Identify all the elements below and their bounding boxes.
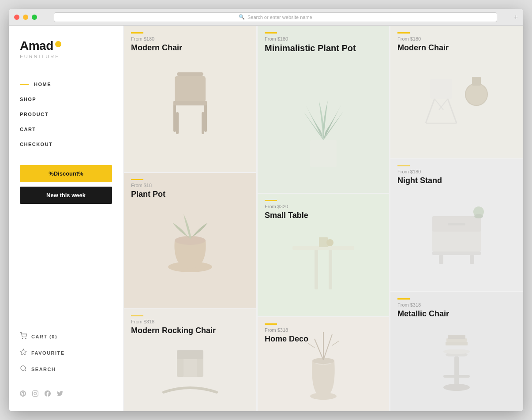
cart-icon [20, 332, 27, 341]
grid-col-2: From $180 Minimalistic Plant Pot [257, 26, 390, 411]
product-bar [131, 179, 143, 180]
product-title-p8: Home Deco [265, 334, 308, 344]
svg-rect-53 [446, 338, 467, 342]
product-card-small-table[interactable]: From $320 Small Table [257, 193, 390, 317]
product-price-p5: From $320 [265, 204, 308, 209]
nav-menu: HOME SHOP PRODUCT CART CHECKOUT [20, 77, 112, 152]
product-card-modern-chair-2[interactable]: From $180 Modern Chair [390, 26, 523, 159]
svg-rect-49 [443, 375, 470, 378]
svg-rect-44 [470, 255, 474, 264]
svg-point-46 [474, 214, 483, 218]
logo-text: Amad [20, 39, 53, 53]
social-icons [20, 390, 112, 398]
grid-col-3: From $180 Modern Chair [390, 26, 523, 411]
product-bar [397, 32, 410, 34]
url-bar[interactable]: 🔍 Search or enter website name [54, 12, 497, 22]
svg-rect-22 [319, 237, 328, 247]
svg-rect-10 [202, 112, 204, 134]
nav-label-checkout: CHECKOUT [20, 142, 52, 147]
util-search[interactable]: SEARCH [20, 361, 112, 377]
browser-window: 🔍 Search or enter website name + Amad FU… [9, 9, 523, 411]
product-price-p8: From $318 [265, 327, 308, 333]
favourite-label: FAVOURITE [31, 350, 65, 356]
logo-dot [55, 41, 61, 47]
nav-item-product[interactable]: PRODUCT [20, 107, 112, 122]
close-button[interactable] [14, 15, 19, 20]
product-card-night-stand[interactable]: From $180 Night Stand [390, 159, 523, 292]
product-title-p9: Metallic Chair [397, 309, 449, 319]
svg-line-27 [323, 334, 332, 360]
svg-line-37 [439, 99, 448, 110]
product-price-p2: From $180 [265, 36, 356, 41]
maximize-button[interactable] [32, 15, 37, 20]
product-card-minimalistic-plant[interactable]: From $180 Minimalistic Plant Pot [257, 26, 390, 193]
util-cart[interactable]: CART (0) [20, 328, 112, 345]
svg-point-1 [26, 338, 26, 338]
svg-rect-42 [432, 251, 481, 255]
instagram-icon[interactable] [32, 390, 38, 398]
titlebar: 🔍 Search or enter website name + [9, 9, 523, 26]
svg-line-35 [448, 99, 457, 123]
nav-label-product: PRODUCT [20, 112, 49, 117]
product-price-p9: From $318 [397, 302, 449, 308]
svg-line-30 [332, 341, 339, 345]
svg-rect-5 [177, 72, 203, 76]
svg-rect-11 [173, 101, 207, 105]
product-card-home-deco[interactable]: From $318 Home Deco [257, 317, 390, 411]
nav-item-checkout[interactable]: CHECKOUT [20, 137, 112, 152]
discount-button[interactable]: %Discount% [20, 165, 112, 182]
svg-line-34 [426, 99, 435, 123]
twitter-icon[interactable] [57, 390, 63, 398]
svg-rect-51 [443, 349, 470, 354]
nav-label-home: HOME [34, 82, 51, 87]
util-favourite[interactable]: FAVOURITE [20, 345, 112, 361]
svg-rect-7 [173, 101, 176, 132]
svg-rect-8 [204, 101, 207, 132]
svg-rect-6 [175, 76, 206, 102]
svg-rect-33 [430, 79, 452, 99]
product-grid: From $180 Modern Chair [124, 26, 523, 411]
product-bar [265, 323, 277, 325]
product-title-p5: Small Table [265, 211, 308, 220]
facebook-icon[interactable] [45, 390, 51, 398]
product-card-rocking-chair[interactable]: From $318 Modern Rocking Chair [124, 309, 257, 411]
grid-col-1: From $180 Modern Chair [124, 26, 257, 411]
svg-rect-21 [329, 250, 332, 289]
svg-point-3 [21, 366, 26, 371]
product-bar [131, 315, 143, 317]
product-bar [131, 32, 143, 34]
svg-rect-31 [465, 83, 487, 105]
svg-marker-2 [20, 349, 26, 355]
logo-subtitle: FURNITURE [20, 54, 112, 59]
product-price-p7: From $318 [131, 319, 216, 324]
product-card-modern-chair[interactable]: From $180 Modern Chair [124, 26, 257, 172]
product-title-p6: Night Stand [397, 176, 442, 185]
product-card-plant-pot[interactable]: From $18 Plant Pot [124, 172, 257, 309]
svg-line-36 [435, 99, 443, 110]
main-content: From $180 Modern Chair [124, 26, 523, 411]
nav-item-cart[interactable]: CART [20, 122, 112, 137]
logo: Amad FURNITURE [20, 39, 112, 59]
nav-label-shop: SHOP [20, 97, 36, 102]
minimize-button[interactable] [23, 15, 28, 20]
new-this-week-button[interactable]: New this week [20, 187, 112, 204]
cart-label: CART (0) [31, 334, 57, 339]
nav-label-cart: CART [20, 127, 36, 132]
svg-rect-52 [446, 342, 468, 345]
active-indicator [20, 84, 29, 85]
svg-line-29 [308, 343, 315, 348]
favourite-icon [20, 349, 27, 357]
sidebar-utilities: CART (0) FAVOURITE [20, 328, 112, 377]
product-card-metallic-chair[interactable]: From $318 Metallic Chair [390, 292, 523, 411]
product-title-p7: Modern Rocking Chair [131, 326, 216, 335]
svg-point-0 [22, 338, 22, 338]
sidebar-buttons: %Discount% New this week [20, 165, 112, 204]
url-text: Search or enter website name [247, 15, 312, 20]
product-bar [397, 165, 410, 167]
product-title-p2: Minimalistic Plant Pot [265, 43, 356, 53]
nav-item-shop[interactable]: SHOP [20, 92, 112, 107]
new-tab-button[interactable]: + [514, 13, 518, 21]
pinterest-icon[interactable] [20, 390, 26, 398]
product-bar [265, 200, 277, 201]
nav-item-home[interactable]: HOME [20, 77, 112, 92]
